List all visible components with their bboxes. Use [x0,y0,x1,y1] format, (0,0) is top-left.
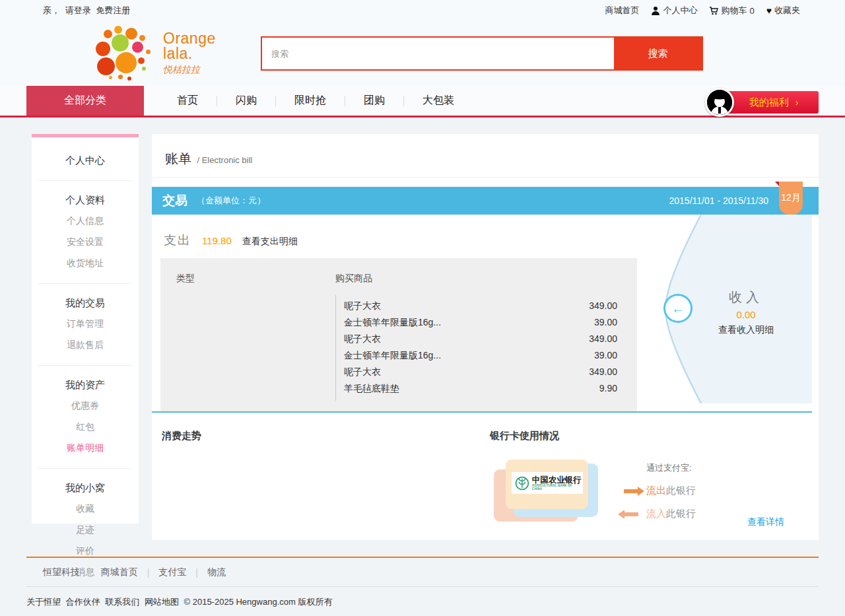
bank-cards: 中国农业银行 AGRICULTURAL BANK OF CHINA [494,460,603,526]
income-detail-link[interactable]: 查看收入明细 [691,324,801,336]
abc-bank-icon [515,476,529,491]
sidebar-item-security[interactable]: 安全设置 [32,232,139,253]
product-amount: 349.00 [589,366,617,378]
outflow-link[interactable]: 流出此银行 [646,485,696,497]
inflow-highlight: 流入 [646,508,666,519]
sidebar-section-trade: 我的交易 订单管理 退款售后 [32,284,139,365]
table-row[interactable]: 呢子大衣 349.00 [344,298,617,314]
income-toggle-button[interactable]: ← [663,294,693,323]
income-summary: 收入 0.00 查看收入明细 [691,289,801,336]
sidebar-header-assets[interactable]: 我的资产 [32,366,139,395]
date-range: 2015/11/01 - 2015/11/30 [669,195,769,206]
contact-link[interactable]: 联系我们 [105,597,139,607]
profile-link[interactable]: 个人中心 [651,5,697,17]
footer-link-hengwang[interactable]: 恒望科技 [43,566,80,578]
bank-section: 银行卡使用情况 中国农业银行 [490,430,819,526]
nav-item-group[interactable]: 团购 [345,94,403,108]
sidebar-header-profile[interactable]: 个人资料 [32,181,139,211]
topbar: 亲， 请登录 免费注册 商城首页 个人中心 购物车0 ♥ 收藏夹 [0,0,845,21]
trend-title: 消费走势 [162,430,490,442]
inflow-rest: 此银行 [666,508,696,519]
logo-chinese: 悦桔拉拉 [163,64,216,76]
heart-icon: ♥ [766,6,772,15]
income-label: 收入 [691,289,801,306]
transaction-unit: （金额单位：元） [197,195,265,207]
sidebar-item-personal-info[interactable]: 个人信息 [32,211,139,232]
sidebar-item-footprint[interactable]: 足迹 [32,520,139,541]
greeting-text: 亲， [43,5,60,15]
outflow-rest: 此银行 [666,485,696,496]
sidebar-item-bill-detail[interactable]: 账单明细 [32,438,139,459]
mall-home-link[interactable]: 商城首页 [605,5,639,17]
favorites-link[interactable]: ♥ 收藏夹 [766,5,800,17]
about-link[interactable]: 关于恒望 [26,597,61,607]
partners-link[interactable]: 合作伙伴 [66,597,100,607]
sidebar-item-review[interactable]: 评价 [32,541,139,562]
avatar[interactable] [705,88,734,117]
sidebar-item-redpacket[interactable]: 红包 [32,417,139,438]
outflow-row: 流出此银行 [624,485,696,497]
all-categories-button[interactable]: 全部分类 [26,86,144,116]
cart-icon [709,6,718,15]
search-input[interactable] [262,38,614,69]
footer-link-mall[interactable]: 商城首页 [101,566,138,578]
mall-home-label: 商城首页 [605,5,639,17]
table-row[interactable]: 呢子大衣 349.00 [344,331,617,347]
sidebar-header-nest[interactable]: 我的小窝 [32,469,139,498]
table-row[interactable]: 羊毛毡底鞋垫 9.90 [344,380,617,397]
benefits-area: 我的福利 › [705,88,819,117]
header: Orange lala. 悦桔拉拉 搜索 [0,21,845,86]
inflow-link[interactable]: 流入此银行 [646,508,696,520]
nav-item-limited[interactable]: 限时抢 [276,94,345,108]
page-title: 账单 [165,151,191,166]
arrow-left-icon: ← [671,301,685,316]
sidebar-item-address[interactable]: 收货地址 [32,253,139,274]
nav-item-home[interactable]: 首页 [158,94,217,108]
expense-detail-link[interactable]: 查看支出明细 [242,236,298,248]
month-badge[interactable]: 12月 [779,182,803,215]
product-amount: 39.00 [594,350,617,362]
profile-label: 个人中心 [663,5,697,17]
footer-separator: | [147,567,150,578]
expense-amount: 119.80 [202,235,232,246]
cart-link[interactable]: 购物车0 [709,5,754,17]
sidebar-item-coupons[interactable]: 优惠券 [32,395,139,417]
logo[interactable]: Orange lala. 悦桔拉拉 [96,26,251,81]
transaction-title: 交易 [162,192,187,209]
copyright-text: © 2015-2025 Hengwang.com 版权所有 [184,597,333,607]
cart-label: 购物车 [721,5,747,17]
bank-card-front[interactable]: 中国农业银行 AGRICULTURAL BANK OF CHINA [506,460,588,509]
table-row[interactable]: 金士顿羊年限量版16g... 39.00 [344,314,617,331]
register-link[interactable]: 免费注册 [96,5,130,15]
sidebar-header-trade[interactable]: 我的交易 [32,284,139,314]
sitemap-link[interactable]: 网站地图 [145,597,179,607]
login-link[interactable]: 请登录 [65,5,91,15]
product-name: 羊毛毡底鞋垫 [344,383,399,395]
nav-item-flash[interactable]: 闪购 [217,94,275,108]
sidebar: 个人中心 个人资料 个人信息 安全设置 收货地址 我的交易 订单管理 退款售后 … [32,134,139,524]
sidebar-item-orders[interactable]: 订单管理 [32,314,139,335]
sidebar-item-collect[interactable]: 收藏 [32,498,139,520]
view-details-link[interactable]: 查看详情 [747,516,784,528]
footer: 恒望科技 | 商城首页 | 支付宝 | 物流 关于恒望 合作伙伴 联系我们 网站… [26,557,819,608]
purchase-list: 呢子大衣 349.00 金士顿羊年限量版16g... 39.00 呢子大衣 34… [335,295,637,401]
sidebar-item-refunds[interactable]: 退款售后 [32,335,139,356]
logo-dots-icon [96,26,154,81]
table-row[interactable]: 呢子大衣 349.00 [344,364,617,380]
nav-item-bulk[interactable]: 大包装 [404,94,473,108]
main-content: 账单 / Electronic bill 交易 （金额单位：元） 2015/11… [152,134,819,540]
bank-graphic: 中国农业银行 AGRICULTURAL BANK OF CHINA 通过支付宝:… [490,460,819,526]
footer-link-logistics[interactable]: 物流 [207,566,226,578]
product-amount: 349.00 [589,300,617,312]
product-name: 金士顿羊年限量版16g... [344,350,441,362]
sidebar-title[interactable]: 个人中心 [32,147,139,180]
my-benefits-button[interactable]: 我的福利 › [720,91,819,114]
footer-link-alipay[interactable]: 支付宝 [158,566,186,578]
breadcrumb-sub: / Electronic bill [197,155,252,165]
table-row[interactable]: 金士顿羊年限量版16g... 39.00 [344,347,617,364]
search-button[interactable]: 搜索 [614,38,702,69]
bank-logo-strip: 中国农业银行 AGRICULTURAL BANK OF CHINA [512,472,583,494]
sidebar-section-assets: 我的资产 优惠券 红包 账单明细 [32,366,139,468]
purchase-table: 类型 购买商品 呢子大衣 349.00 金士顿羊年限量版16g... 39.00… [160,258,637,411]
logo-line1: Orange [163,31,216,46]
